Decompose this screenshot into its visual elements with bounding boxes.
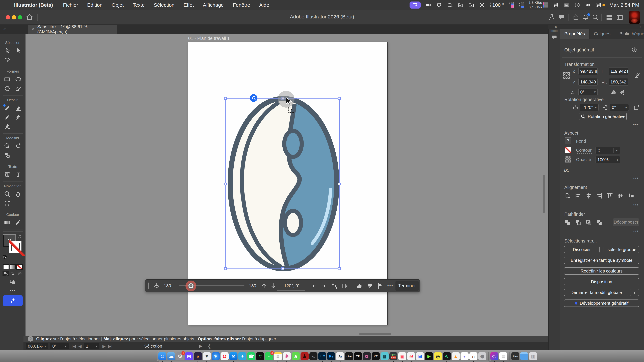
draw-inside-mode[interactable] — [16, 271, 23, 276]
draw-behind-mode[interactable] — [10, 271, 16, 276]
global-edit-dropdown[interactable]: ▾ — [630, 289, 639, 296]
align-art-icon[interactable] — [564, 192, 571, 199]
aspect-more-icon[interactable]: ••• — [633, 176, 639, 180]
dock-item-logic[interactable]: ◎ — [434, 352, 442, 360]
gen-angle1-field[interactable]: –120°▾ — [580, 104, 598, 111]
playback-icon[interactable] — [574, 2, 580, 8]
rotation-readout[interactable]: -120°, 0° — [278, 283, 304, 289]
dock-item-protonmail[interactable]: M — [185, 352, 193, 360]
gradient-mode-button[interactable] — [10, 264, 16, 269]
dock-item-spotify[interactable]: ≈ — [256, 352, 264, 360]
ellipse-tool-icon[interactable] — [14, 75, 23, 84]
last-artboard-icon[interactable]: ▶| — [108, 344, 112, 349]
tab-proprietes[interactable]: Propriétés — [560, 29, 590, 39]
more-tools-icon[interactable]: ••• — [2, 288, 24, 293]
dock-item-tr-app[interactable]: TR — [354, 352, 362, 360]
opacity-field[interactable]: 100%› — [596, 156, 620, 163]
rect-tool-icon[interactable] — [2, 75, 12, 84]
pf-intersect-icon[interactable] — [585, 219, 592, 226]
menu-item-fenêtre[interactable]: Fenêtre — [233, 2, 250, 8]
curvature-pen-tool-icon[interactable] — [2, 122, 12, 131]
dock-item-illustrator[interactable]: Ai — [336, 352, 344, 360]
quick-button-7[interactable]: Développement génératif — [564, 300, 639, 307]
height-field[interactable]: 180,342 r — [608, 78, 628, 86]
dock-item-battery-widget[interactable]: 74.0%0:59 — [390, 352, 398, 360]
quick-button-4[interactable]: Redéfinir les couleurs — [564, 267, 639, 275]
share-icon[interactable] — [572, 13, 580, 21]
handle-top-right[interactable] — [338, 97, 340, 100]
tab-calques[interactable]: Calques — [590, 29, 615, 39]
transform-more-icon[interactable]: ••• — [633, 122, 639, 127]
done-button[interactable]: Terminer — [396, 281, 418, 291]
direct-selection-tool-icon[interactable] — [14, 46, 23, 55]
close-tab-icon[interactable]: × — [32, 27, 34, 32]
feedback-comment-icon[interactable] — [558, 13, 565, 21]
app-menu[interactable]: Illustrator (Beta) — [14, 2, 53, 8]
gen-angle2-field[interactable]: 0°▾ — [610, 104, 629, 111]
dock-item-voice-memos[interactable]: ılıl — [407, 352, 415, 360]
dock-item-abstract-a[interactable]: a — [292, 352, 300, 360]
width-field[interactable]: 119,942 r — [608, 67, 628, 75]
thumbs-down-icon[interactable] — [366, 283, 373, 289]
transform-again-tool-icon[interactable] — [2, 141, 12, 151]
dock-item-terminal[interactable]: >_ — [310, 352, 318, 360]
dock-item-photoshop[interactable]: Ps — [327, 352, 335, 360]
screen-mode-icon[interactable] — [2, 278, 24, 286]
status-expand-icon[interactable]: ▶ — [199, 344, 202, 349]
dock-item-live-folder[interactable]: Live — [511, 352, 520, 360]
screen-sharing-icon[interactable] — [410, 1, 420, 8]
angle-field[interactable]: 0°▾ — [578, 88, 598, 96]
al-r-icon[interactable] — [596, 192, 603, 199]
volume-icon[interactable] — [585, 2, 591, 8]
search-icon[interactable] — [592, 13, 599, 21]
panel-layout-icon[interactable] — [616, 13, 624, 21]
align-more-icon[interactable]: ••• — [633, 203, 639, 207]
next-variation-icon[interactable] — [321, 283, 328, 289]
expand-button[interactable]: Décomposer — [613, 218, 639, 226]
camera-icon[interactable] — [425, 2, 431, 8]
increase-arrow-icon[interactable] — [260, 282, 268, 289]
rotation-select[interactable]: 0°▾ — [50, 343, 68, 349]
cpu-meter[interactable]: CPU — [509, 2, 514, 8]
flag-icon[interactable] — [377, 283, 384, 289]
tab-bibliotheques[interactable]: Bibliothèques — [615, 29, 644, 39]
keyboard-switcher-icon[interactable] — [564, 2, 570, 8]
info-icon[interactable] — [631, 47, 637, 53]
stroke-swatch[interactable] — [10, 241, 22, 253]
menu-item-fichier[interactable]: Fichier — [63, 2, 78, 8]
artboard-number-select[interactable]: 1▾ — [84, 343, 100, 349]
dock-item-graphite[interactable]: ▼ — [203, 352, 211, 360]
panel-collapse-right-icon[interactable]: » — [640, 25, 642, 29]
pf-unite-icon[interactable] — [564, 219, 571, 226]
dock-item-finder[interactable]: ☺ — [158, 352, 166, 360]
notifications-bell-icon[interactable] — [582, 13, 589, 21]
menu-item-sélection[interactable]: Sélection — [154, 2, 174, 8]
gen-rotation-button[interactable]: Rotation générative — [579, 113, 627, 120]
menu-item-texte[interactable]: Texte — [133, 2, 145, 8]
handle-mid-left[interactable] — [224, 183, 227, 185]
pen-tool-icon[interactable] — [14, 113, 23, 122]
dock-item-ableton-live[interactable]: Live — [345, 352, 353, 360]
handle-bottom-center[interactable] — [282, 267, 284, 270]
document-tab[interactable]: × Sans titre – 1* @ 88,61 % (CMJN/Aperçu… — [28, 25, 117, 34]
handle-bottom-left[interactable] — [224, 267, 227, 270]
prev-artboard-icon[interactable]: ◀ — [78, 344, 82, 349]
dock-item-creative-cloud[interactable]: Cc — [490, 352, 498, 360]
quick-button-5[interactable]: Disposition — [564, 278, 639, 285]
menu-item-edition[interactable]: Edition — [87, 2, 103, 8]
dock-item-kt-app[interactable]: KT — [372, 352, 380, 360]
canvas[interactable]: 01 - Plan de travail 1 -180 — [26, 34, 546, 336]
status-toggles-icon[interactable] — [596, 2, 605, 8]
quick-button-3[interactable]: Enregistrer en tant que symbole — [564, 257, 639, 264]
rotate-tool-icon[interactable] — [14, 141, 23, 151]
pf-exclude-icon[interactable] — [596, 219, 603, 226]
help-icon[interactable]: ? — [28, 336, 33, 342]
add-anchor-icon[interactable] — [331, 283, 338, 289]
dock-item-whatsapp[interactable]: ☎ — [247, 352, 255, 360]
dock-item-vlc[interactable]: ▲ — [452, 352, 460, 360]
fx-label[interactable]: fx. — [564, 167, 569, 173]
panel-collapse-left-icon[interactable]: « — [555, 25, 557, 29]
taskbar-drag-handle[interactable] — [148, 282, 148, 289]
dock-item-ollama[interactable]: ∩ — [470, 352, 478, 360]
dock-item-notes[interactable]: ≣ — [274, 352, 282, 360]
